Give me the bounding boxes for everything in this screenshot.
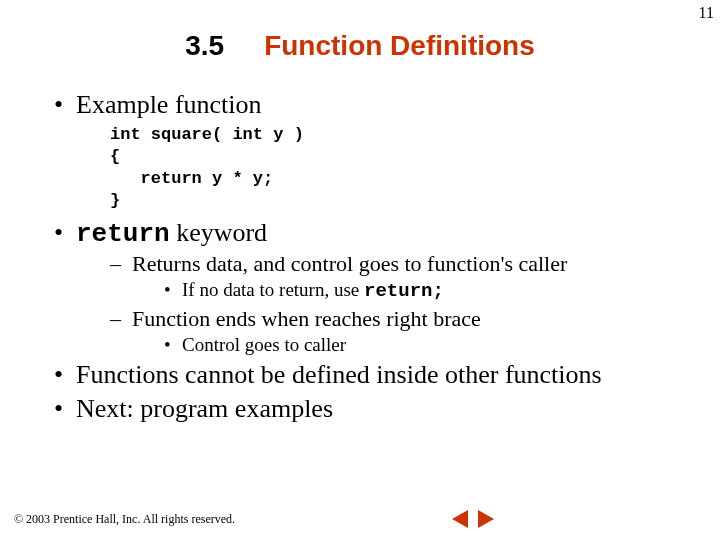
next-button[interactable]	[476, 510, 496, 528]
prev-button[interactable]	[450, 510, 470, 528]
bullet-text: Control goes to caller	[182, 334, 346, 355]
subbullet-function-ends: Function ends when reaches right brace C…	[110, 306, 680, 356]
slide-title-row: 3.5 Function Definitions	[0, 30, 720, 62]
page-number: 11	[699, 4, 714, 22]
code-block: int square( int y ) { return y * y; }	[110, 124, 680, 212]
section-number: 3.5	[185, 30, 224, 62]
bullet-text: Example function	[76, 90, 262, 119]
keyword-return: return	[76, 219, 170, 249]
bullet-return-keyword: return keyword Returns data, and control…	[54, 218, 680, 356]
bullet-text: Functions cannot be defined inside other…	[76, 360, 602, 389]
bullet-text: Returns data, and control goes to functi…	[132, 251, 567, 276]
arrow-right-icon	[478, 510, 494, 528]
bullet-text: Function ends when reaches right brace	[132, 306, 481, 331]
section-title: Function Definitions	[264, 30, 535, 62]
bullet-text: Next: program examples	[76, 394, 333, 423]
subbullet-returns-data: Returns data, and control goes to functi…	[110, 251, 680, 302]
footer: © 2003 Prentice Hall, Inc. All rights re…	[14, 510, 706, 528]
subsubbullet-no-data: If no data to return, use return;	[164, 279, 680, 302]
bullet-text: If no data to return, use	[182, 279, 364, 300]
bullet-example-function: Example function int square( int y ) { r…	[54, 90, 680, 212]
subsubbullet-control-caller: Control goes to caller	[164, 334, 680, 356]
arrow-left-icon	[452, 510, 468, 528]
code-inline-return: return;	[364, 280, 444, 302]
nav-arrows	[450, 510, 496, 528]
slide-content: Example function int square( int y ) { r…	[0, 90, 720, 424]
bullet-next: Next: program examples	[54, 394, 680, 424]
bullet-no-nested-functions: Functions cannot be defined inside other…	[54, 360, 680, 390]
bullet-text: keyword	[170, 218, 267, 247]
copyright-text: © 2003 Prentice Hall, Inc. All rights re…	[14, 512, 235, 527]
